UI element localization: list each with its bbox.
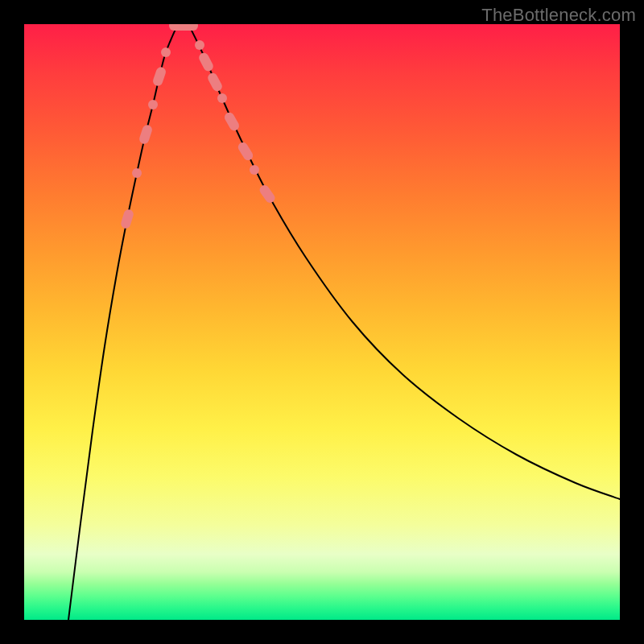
marker-dot	[217, 93, 227, 103]
chart-area	[24, 24, 620, 620]
chart-svg	[24, 24, 620, 620]
marker-capsule	[258, 184, 277, 205]
marker-dot	[148, 100, 158, 109]
marker-capsule	[237, 141, 255, 163]
curve-left-branch	[68, 26, 177, 620]
marker-dot	[250, 165, 259, 175]
marker-capsule	[138, 124, 154, 146]
marker-capsule	[151, 66, 167, 88]
marker-capsule	[179, 24, 198, 31]
marker-capsule	[120, 208, 134, 229]
curve-layer	[68, 26, 620, 620]
marker-capsule	[223, 111, 241, 133]
marker-capsule	[206, 72, 224, 93]
watermark-text: TheBottleneck.com	[481, 5, 636, 26]
marker-dot	[195, 40, 204, 50]
curve-right-branch	[189, 26, 620, 499]
marker-capsule	[197, 52, 215, 73]
marker-dot	[132, 168, 142, 178]
marker-layer	[120, 24, 277, 229]
marker-dot	[161, 47, 171, 57]
